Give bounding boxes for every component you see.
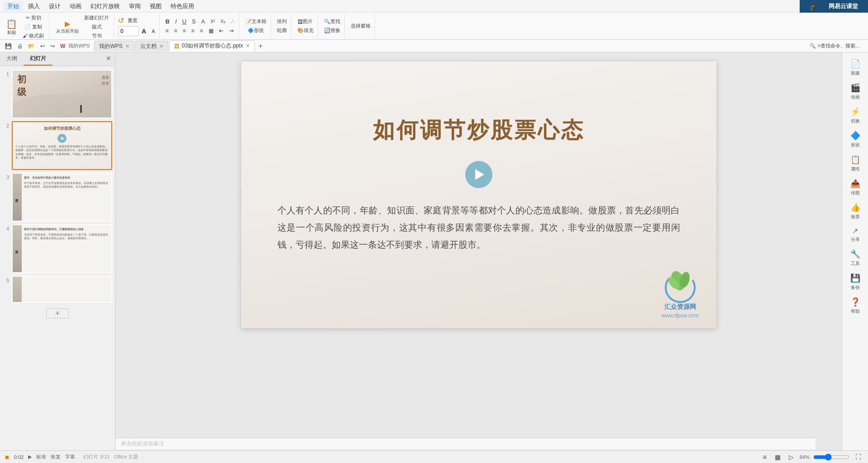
- speed-label: 标准: [36, 454, 46, 460]
- watermark-area: 汇众资源网 www.tfpxw.com: [653, 267, 707, 319]
- decrease-font-button[interactable]: A: [149, 28, 157, 35]
- tab-slides[interactable]: 幻灯片: [24, 52, 52, 66]
- distribute-button[interactable]: ≡: [198, 27, 205, 35]
- notes-bar[interactable]: 单击此处添加备注: [115, 438, 816, 449]
- slide-panel-header: 大纲 幻灯片 ✕: [0, 52, 115, 66]
- rs-tools-button[interactable]: 🔧 工具: [844, 246, 867, 269]
- slide-main-title: 如何调节炒股票心态: [277, 116, 680, 145]
- view-play-button[interactable]: ▷: [787, 453, 796, 462]
- format-paint[interactable]: 🖌 格式刷: [20, 32, 46, 40]
- replace-button[interactable]: 🔄 替换: [322, 26, 343, 35]
- arrange-button[interactable]: 排列: [275, 17, 289, 26]
- add-slide-button[interactable]: +: [46, 308, 69, 318]
- slide-thumb-1: 1 初级 股票投资: [3, 70, 112, 118]
- menu-item-special[interactable]: 特色应用: [167, 1, 198, 11]
- reset-button[interactable]: 重置: [125, 16, 140, 25]
- copy-button[interactable]: 📄 复制: [20, 23, 46, 31]
- bold-button[interactable]: B: [163, 17, 172, 26]
- select-pane-button[interactable]: 选择窗格: [348, 22, 373, 30]
- superscript-button[interactable]: X²: [208, 17, 217, 26]
- play-pause-button[interactable]: ▶: [28, 454, 32, 460]
- rs-share-label: 分享: [851, 236, 860, 243]
- col-layout-button[interactable]: ▦: [206, 27, 216, 35]
- shape-button[interactable]: 🔷 形状: [243, 26, 269, 35]
- rs-upload-button[interactable]: 📤 传图: [844, 176, 867, 199]
- stop-button[interactable]: ⏹: [5, 454, 10, 460]
- rs-animation-button[interactable]: 🎬 动画: [844, 80, 867, 103]
- align-right-button[interactable]: ≡: [181, 27, 188, 35]
- rs-property-button[interactable]: 📋 属性: [844, 152, 867, 175]
- rs-help-button[interactable]: ❓ 帮助: [844, 294, 867, 317]
- fill-button[interactable]: 🎨 填充: [295, 26, 316, 35]
- rs-backup-button[interactable]: 💾 备份: [844, 270, 867, 293]
- view-normal-button[interactable]: ▦: [773, 453, 783, 462]
- tab-cloud-doc[interactable]: 云文档 ✕: [135, 41, 168, 52]
- section-button[interactable]: 节书: [82, 32, 111, 40]
- search-command-button[interactable]: 🔍 >查找命令、搜索...: [807, 42, 862, 50]
- cut-button[interactable]: ✂ 剪切: [20, 14, 46, 22]
- slide-preview-2[interactable]: 如何调节炒股票心态 个人有个人的不同，年龄、知识面、家庭背景等等都对个人的心态造…: [12, 121, 112, 170]
- watermark-logo-svg: [653, 267, 707, 303]
- tab-my-wps-close[interactable]: ✕: [125, 43, 129, 49]
- view-outline-button[interactable]: ≡: [761, 453, 769, 462]
- rs-help-icon: ❓: [850, 297, 860, 307]
- tab-my-wps[interactable]: 我的WPS ✕: [94, 41, 134, 52]
- undo-quick-button[interactable]: ↩: [38, 42, 47, 50]
- tab-add-button[interactable]: +: [256, 42, 265, 50]
- underline-button[interactable]: U: [180, 17, 189, 26]
- paste-button[interactable]: 📋 粘贴: [4, 18, 19, 37]
- slide-preview-1[interactable]: 初级 股票投资: [12, 70, 112, 118]
- outline-button[interactable]: 轮廓: [275, 26, 289, 35]
- rs-shape-button[interactable]: 🔷 形状: [844, 128, 867, 151]
- save-quick-button[interactable]: 💾: [3, 42, 14, 50]
- pause-label[interactable]: 恢复: [51, 454, 61, 460]
- menu-item-review[interactable]: 审阅: [125, 1, 144, 11]
- slide-preview-4[interactable]: 不要将全部资金投入 股市中进行细致的风险评估，为需要操控的人准备 当然对于投资来…: [12, 224, 112, 273]
- zoom-fit-button[interactable]: ⛶: [853, 453, 863, 461]
- tab-pptx-close[interactable]: ✕: [246, 43, 250, 49]
- indent-right-button[interactable]: ⇥: [227, 27, 236, 35]
- menu-item-slideshow[interactable]: 幻灯片放映: [87, 1, 124, 11]
- align-center-button[interactable]: ≡: [172, 27, 180, 35]
- open-quick-button[interactable]: 📂: [26, 42, 37, 50]
- italic-button[interactable]: I: [173, 17, 179, 26]
- menu-item-animation[interactable]: 动画: [66, 1, 85, 11]
- increase-font-button[interactable]: A: [139, 27, 148, 36]
- tab-cloud-close[interactable]: ✕: [159, 43, 163, 49]
- layout-button[interactable]: 版式: [82, 23, 111, 31]
- menu-item-design[interactable]: 设计: [45, 1, 64, 11]
- rs-transition-button[interactable]: ⚡ 切换: [844, 104, 867, 127]
- slide-thumb-3: 3 不要过于关注短期涨跌 股市、无论如何中我多少盈利总是有的 对于新手来说，过于…: [3, 173, 112, 222]
- textbox-button[interactable]: 📝 文本框: [243, 17, 269, 26]
- rs-property-icon: 📋: [850, 155, 860, 165]
- align-left-button[interactable]: ≡: [163, 27, 171, 35]
- subscript-button[interactable]: X₂: [218, 17, 228, 26]
- font-color-button[interactable]: A: [199, 17, 208, 26]
- slide-preview-3[interactable]: 不要过于关注短期涨跌 股市、无论如何中我多少盈利总是有的 对于新手来说，过于在乎…: [12, 173, 112, 222]
- font-size-input[interactable]: [118, 26, 138, 36]
- slide-preview-5[interactable]: 不要...: [12, 276, 112, 303]
- font-effect-button[interactable]: A: [229, 17, 237, 26]
- image-button[interactable]: 🖼 图片: [295, 17, 316, 26]
- slide-canvas[interactable]: 如何调节炒股票心态 个人有个人的不同，年龄、知识面、家庭背景等等都对个人的心态造…: [241, 61, 716, 328]
- tab-pptx[interactable]: 🖼 03如何调节炒股心态.pptx ✕: [169, 40, 255, 52]
- rs-recommend-button[interactable]: 👍 推荐: [844, 200, 867, 223]
- from-current-button[interactable]: ▶ 从当前开始: [54, 19, 81, 35]
- justify-button[interactable]: ≡: [189, 27, 197, 35]
- new-slide-button[interactable]: 新建幻灯片: [82, 14, 111, 22]
- rs-share-button[interactable]: ↗ 分享: [844, 224, 867, 246]
- menu-item-start[interactable]: 开始: [4, 1, 23, 11]
- tab-outline[interactable]: 大纲: [0, 52, 24, 66]
- redo-quick-button[interactable]: ↪: [48, 42, 57, 50]
- play-video-button[interactable]: [465, 161, 492, 188]
- slide-thumb-5: 5 不要...: [3, 276, 112, 303]
- find-button[interactable]: 🔍 查找: [322, 17, 343, 26]
- menu-item-view[interactable]: 视图: [146, 1, 165, 11]
- indent-left-button[interactable]: ⇤: [217, 27, 226, 35]
- rs-new-button[interactable]: 📄 新建: [844, 56, 867, 79]
- zoom-slider[interactable]: [813, 454, 849, 461]
- print-quick-button[interactable]: 🖨: [15, 42, 25, 50]
- menu-item-insert[interactable]: 插入: [24, 1, 43, 11]
- strikethrough-button[interactable]: S: [190, 17, 198, 26]
- panel-close-button[interactable]: ✕: [102, 52, 115, 66]
